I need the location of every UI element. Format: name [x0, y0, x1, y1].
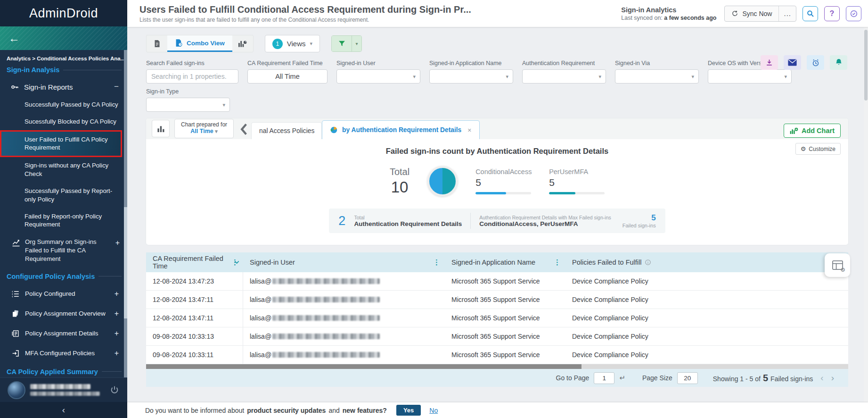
combo-view-tab[interactable]: Combo View — [167, 35, 232, 52]
page-size-input[interactable] — [677, 372, 698, 384]
return-key-icon[interactable]: ↵ — [619, 374, 625, 382]
sidebar-item-org-summary[interactable]: Org Summary on Sign-ins Failed to Fulfil… — [0, 233, 127, 268]
pagination-bar: Go to Page ↵ Page Size Showing 1 - 5 of … — [146, 369, 848, 387]
table-row[interactable]: 12-08-2024 13:47:11 lalisa@ Microsoft 36… — [146, 309, 848, 327]
column-menu-icon[interactable]: ⋮ — [554, 258, 561, 267]
chart-view-tab[interactable] — [232, 35, 253, 52]
download-button[interactable] — [761, 55, 778, 70]
auth-requirement-select[interactable]: ▾ — [522, 69, 606, 84]
sidebar-item-blocked-by-ca[interactable]: Sucessfully Blocked by CA Policy — [0, 113, 127, 130]
customize-button[interactable]: ⚙ Customize — [795, 143, 841, 155]
email-report-button[interactable] — [784, 55, 801, 70]
sidebar-item-policy-assignment-details[interactable]: Policy Assignment Details + — [0, 324, 127, 343]
sidebar-item-policy-assignment-overview[interactable]: Policy Assignment Overview + — [0, 304, 127, 324]
back-arrow-icon[interactable]: ← — [8, 33, 20, 44]
last-synced: Last synced on: a few seconds ago — [621, 15, 716, 21]
question-icon: ? — [830, 9, 835, 18]
showing-summary: Showing 1 - 5 of 5 Failed sign-ins — [713, 373, 813, 384]
sidebar-scrollbar[interactable] — [124, 50, 127, 377]
search-input[interactable] — [146, 69, 238, 84]
tab-conditional-access-policies[interactable]: nal Access Policies — [251, 122, 322, 139]
expand-plus-icon[interactable]: + — [115, 290, 119, 298]
table-row[interactable]: 09-08-2024 10:33:13 lalisa@ Microsoft 36… — [146, 327, 848, 346]
chart-time-range-value: All Time ▾ — [181, 128, 227, 134]
sidebar-item-mfa-configured-policies[interactable]: MFA Configured Policies + — [0, 343, 127, 363]
table-view-tab[interactable] — [147, 35, 167, 52]
table-row[interactable]: 09-08-2024 10:33:11 lalisa@ Microsoft 36… — [146, 346, 848, 364]
breadcrumb[interactable]: Analytics > Conditional Access Policies … — [0, 56, 127, 61]
table-row[interactable]: 12-08-2024 13:47:11 lalisa@ Microsoft 36… — [146, 291, 848, 309]
no-link[interactable]: No — [429, 407, 438, 414]
sidebar-item-failed-to-fulfill-ca[interactable]: User Failed to Fulfill CA Policy Require… — [0, 130, 122, 158]
table-row[interactable]: 12-08-2024 13:47:23 lalisa@ Microsoft 36… — [146, 272, 848, 291]
scrollbar-thumb[interactable] — [146, 364, 581, 369]
user-account-area[interactable] — [0, 377, 127, 402]
expand-plus-icon[interactable]: + — [115, 349, 119, 358]
signed-in-user-field: Signed-in User ▾ — [336, 60, 420, 84]
sidebar-item-passed-by-ca[interactable]: Successfully Passed by CA Policy — [0, 96, 127, 113]
close-icon[interactable]: × — [467, 126, 471, 134]
goto-page-input[interactable] — [594, 372, 614, 384]
filter-dropdown-button[interactable]: ▾ — [352, 36, 361, 51]
yes-button[interactable]: Yes — [396, 405, 421, 416]
column-menu-icon[interactable]: ⋮ — [231, 258, 238, 267]
pie-chart[interactable] — [427, 166, 458, 196]
power-icon[interactable] — [109, 385, 120, 395]
column-settings-button[interactable]: ⚙ — [825, 253, 850, 277]
notification-bell-button[interactable] — [830, 55, 847, 70]
schedule-button[interactable] — [846, 6, 861, 21]
sign-in-type-select[interactable]: ▾ — [146, 98, 230, 112]
chart-time-range-button[interactable]: Chart prepared for All Time ▾ — [174, 119, 234, 138]
chevron-down-icon: ▾ — [310, 41, 313, 47]
views-label: Views — [287, 40, 306, 48]
time-filter-value[interactable]: All Time — [247, 69, 328, 84]
clock-check-icon — [850, 9, 858, 18]
expand-plus-icon[interactable]: + — [115, 309, 119, 318]
add-chart-button[interactable]: Add Chart — [784, 124, 841, 138]
filter-button[interactable] — [332, 36, 352, 51]
views-dropdown-button[interactable]: 1 Views ▾ — [265, 35, 320, 52]
page-scrollbar[interactable] — [864, 27, 868, 418]
tab-auth-requirement-details[interactable]: by Authentication Requirement Details × — [322, 120, 479, 139]
chart-type-button[interactable] — [152, 120, 170, 137]
results-table: ⚙ CA Requirement Failed Time ⋮ Signed-in… — [146, 252, 848, 387]
sidebar-item-passed-report-only[interactable]: Successfully Passed by Report-only Polic… — [0, 183, 127, 208]
next-page-icon[interactable]: › — [831, 373, 834, 383]
signed-in-via-select[interactable]: ▾ — [615, 69, 699, 84]
schedule-alert-button[interactable] — [807, 55, 824, 70]
page-scrollbar-thumb[interactable] — [864, 30, 868, 100]
document-lines-icon — [11, 329, 20, 338]
help-button[interactable]: ? — [824, 6, 840, 21]
sidebar-item-failed-report-only[interactable]: Failed by Report-only Policy Requirement — [0, 208, 127, 234]
summary-divider — [470, 213, 471, 229]
sidebar-scrollbar-thumb[interactable] — [124, 207, 127, 318]
expand-plus-icon[interactable]: + — [115, 238, 120, 248]
column-menu-icon[interactable]: ⋮ — [433, 258, 440, 267]
more-options-button[interactable]: ... — [778, 6, 796, 21]
chevron-down-icon: ▾ — [506, 74, 508, 80]
device-os-select[interactable]: ▾ — [708, 69, 792, 84]
sync-now-button[interactable]: Sync Now — [725, 6, 778, 21]
section-divider — [102, 371, 122, 372]
collapse-chevron-icon: ‹ — [62, 405, 65, 415]
table-horizontal-scrollbar[interactable] — [146, 364, 848, 369]
search-field: Search Failed sign-ins — [146, 60, 238, 84]
column-header-signed-in-user[interactable]: Signed-in User ⋮ — [243, 252, 445, 272]
previous-page-icon[interactable]: ‹ — [820, 373, 823, 383]
sidebar-item-signin-reports[interactable]: Sign-in Reports − — [0, 77, 127, 96]
sidebar-collapse-button[interactable]: ‹ — [0, 402, 127, 418]
column-header-application-name[interactable]: Signed-in Application Name ⋮ — [445, 252, 565, 272]
header-right: Sign-in Analytics Last synced on: a few … — [621, 6, 861, 22]
application-name-select[interactable]: ▾ — [429, 69, 513, 84]
sidebar-item-without-ca-check[interactable]: Sign-ins without any CA Policy Check — [0, 157, 127, 183]
column-header-failed-time[interactable]: CA Requirement Failed Time ⋮ — [146, 252, 243, 272]
sidebar-item-policy-configured[interactable]: Policy Configured + — [0, 284, 127, 304]
sidebar-banner: ← — [0, 26, 127, 50]
tab-scroll-left-button[interactable] — [240, 123, 247, 135]
expand-plus-icon[interactable]: + — [115, 329, 119, 338]
signed-in-user-select[interactable]: ▾ — [336, 69, 420, 84]
page-header: Users Failed to Fulfill Conditional Acce… — [127, 0, 868, 27]
collapse-minus-icon[interactable]: − — [114, 82, 119, 92]
column-header-policies-failed[interactable]: Policies Failed to Fulfill — [565, 252, 848, 272]
global-search-button[interactable] — [802, 6, 818, 21]
